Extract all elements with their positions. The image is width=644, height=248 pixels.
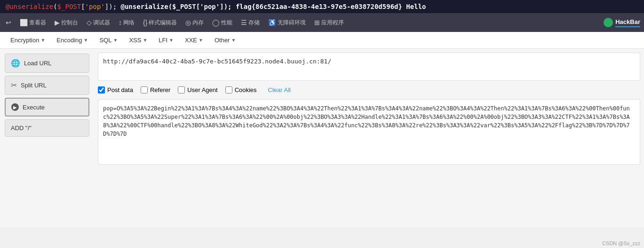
top-bar-code: @unserialize($_POST['pop']); @unserializ…	[6, 3, 426, 10]
clear-all-button[interactable]: Clear All	[268, 86, 291, 93]
referer-checkbox-label[interactable]: Referer	[141, 86, 170, 93]
chevron-down-icon: ▼	[169, 38, 174, 43]
browser-toolbar: ↩ ⬜ 查看器 ▶ 控制台 ◇ 调试器 ↕ 网络 {} 样式编辑器 ◎ 内存 ◯…	[0, 13, 644, 32]
load-url-icon: 🌐	[11, 59, 20, 68]
toolbar-storage[interactable]: ☰ 存储	[239, 18, 262, 28]
chevron-down-icon: ▼	[40, 38, 45, 43]
chevron-down-icon: ▼	[231, 38, 236, 43]
split-url-icon: ✂	[11, 81, 17, 90]
chevron-down-icon: ▼	[143, 38, 147, 43]
network-icon: ↕	[119, 19, 122, 26]
hackbar-menu: Encryption ▼ Encoding ▼ SQL ▼ XSS ▼ LFI …	[0, 32, 644, 49]
execute-icon: ▶	[11, 103, 19, 111]
storage-icon: ☰	[241, 19, 247, 26]
hackbar-icon	[604, 18, 613, 27]
checkboxes-row: Post data Referer User Agent Cookies Cle…	[98, 85, 640, 95]
menu-sql[interactable]: SQL ▼	[95, 35, 122, 46]
toolbar-debugger[interactable]: ◇ 调试器	[85, 18, 112, 28]
split-url-button[interactable]: ✂ Split URL	[5, 76, 89, 95]
top-bar: @unserialize($_POST['pop']); @unserializ…	[0, 0, 644, 13]
toolbar-console[interactable]: ▶ 控制台	[53, 18, 80, 28]
url-input[interactable]: http://dfa9ac64-40c2-4ba5-9c7e-bc51645f9…	[98, 53, 640, 81]
menu-encryption[interactable]: Encryption ▼	[6, 35, 50, 46]
back-icon: ↩	[6, 19, 11, 26]
load-url-button[interactable]: 🌐 Load URL	[5, 54, 89, 73]
style-icon: {}	[143, 19, 147, 26]
toolbar-network[interactable]: ↕ 网络	[117, 18, 136, 28]
app-icon: ⊞	[314, 19, 320, 26]
console-icon: ▶	[55, 19, 60, 26]
toolbar-accessibility[interactable]: ♿ 无障碍环境	[266, 18, 308, 28]
post-data-checkbox-label[interactable]: Post data	[98, 86, 133, 93]
chevron-down-icon: ▼	[199, 38, 203, 43]
cookies-checkbox[interactable]	[225, 86, 232, 93]
user-agent-checkbox-label[interactable]: User Agent	[178, 86, 217, 93]
referer-checkbox[interactable]	[141, 86, 148, 93]
chevron-down-icon: ▼	[84, 38, 88, 43]
post-data-input[interactable]: pop=O%3A5%3A%22Begin%22%3A1%3A%7Bs%3A4%3…	[98, 99, 640, 165]
memory-icon: ◎	[185, 19, 191, 26]
accessibility-icon: ♿	[268, 19, 276, 26]
menu-other[interactable]: Other ▼	[210, 35, 240, 46]
cookies-checkbox-label[interactable]: Cookies	[225, 86, 257, 93]
main-content: 🌐 Load URL ✂ Split URL ▶ Execute ADD "/"…	[0, 49, 644, 227]
menu-encoding[interactable]: Encoding ▼	[52, 35, 93, 46]
chevron-down-icon: ▼	[113, 38, 118, 43]
post-data-checkbox[interactable]	[98, 86, 105, 93]
sidebar: 🌐 Load URL ✂ Split URL ▶ Execute ADD "/"	[0, 49, 94, 227]
inspector-icon: ⬜	[20, 19, 28, 26]
hackbar-tab[interactable]: HackBar	[604, 18, 640, 27]
menu-xss[interactable]: XSS ▼	[124, 35, 152, 46]
add-slash-button[interactable]: ADD "/"	[5, 119, 89, 137]
execute-button[interactable]: ▶ Execute	[5, 98, 89, 116]
menu-lfi[interactable]: LFI ▼	[154, 35, 178, 46]
content-area: http://dfa9ac64-40c2-4ba5-9c7e-bc51645f9…	[94, 49, 644, 227]
toolbar-memory[interactable]: ◎ 内存	[183, 18, 206, 28]
toolbar-app[interactable]: ⊞ 应用程序	[312, 18, 346, 28]
toolbar-inspector[interactable]: ⬜ 查看器	[18, 18, 48, 28]
top-bar-flag-text: @unserialize($_POST['pop']); flag{86c521…	[120, 3, 426, 10]
perf-icon: ◯	[212, 19, 220, 26]
toolbar-style-editor[interactable]: {} 样式编辑器	[141, 18, 179, 28]
toolbar-back[interactable]: ↩	[4, 18, 13, 27]
debugger-icon: ◇	[87, 19, 92, 26]
toolbar-performance[interactable]: ◯ 性能	[210, 18, 234, 28]
menu-xxe[interactable]: XXE ▼	[180, 35, 208, 46]
user-agent-checkbox[interactable]	[178, 86, 185, 93]
